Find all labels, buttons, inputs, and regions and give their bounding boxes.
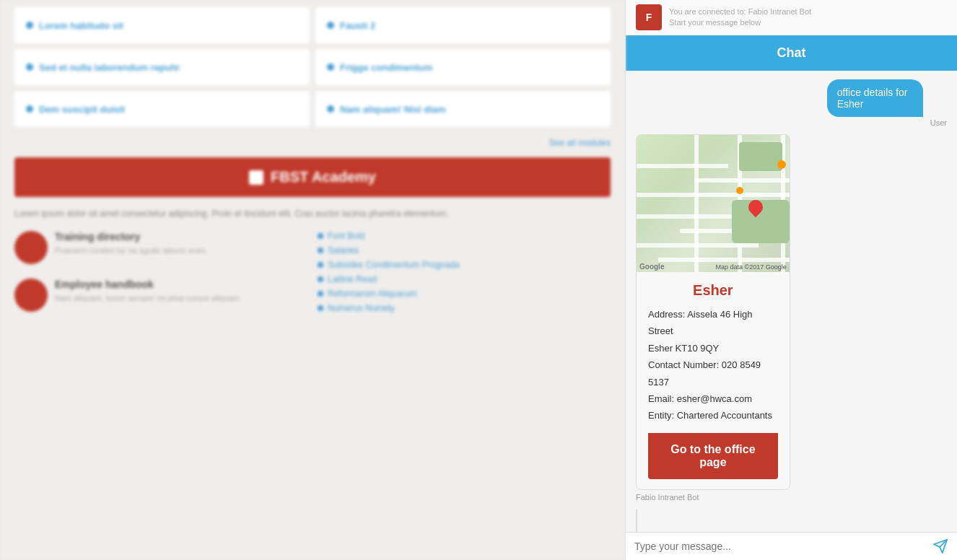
handbook-title: Employee handbook xyxy=(55,279,242,290)
map-data-label: Map data ©2017 Google xyxy=(716,263,787,271)
bullet-5 xyxy=(318,305,323,311)
grid-card-1[interactable]: Lorem habitudo sit xyxy=(14,7,310,43)
user-message-text: office details for Esher xyxy=(837,87,908,110)
list-item-label-1: Salaries xyxy=(328,245,359,255)
card-dot-3 xyxy=(26,64,33,71)
google-logo: Google xyxy=(639,263,664,271)
bot-office-card: Google Map data ©2017 Google Esher Addre… xyxy=(636,134,790,490)
chat-top-bar: F You are connected to: Fabio Intranet B… xyxy=(626,0,957,35)
chat-messages-area: office details for Esher User xyxy=(626,71,957,532)
user-message-bubble: office details for Esher xyxy=(827,79,923,117)
list-item-label-5: Numerus Numidy xyxy=(328,303,395,313)
training-icon-circle xyxy=(14,231,48,264)
office-map: Google Map data ©2017 Google xyxy=(637,135,790,272)
chat-title: Chat xyxy=(777,45,806,60)
card-text-2: Fausti 2 xyxy=(340,20,375,31)
user-message-label: User xyxy=(827,118,947,127)
bot-message-label: Fabio Intranet Bot xyxy=(636,493,797,502)
chat-input[interactable] xyxy=(634,541,927,552)
banner-text: FBST Academy xyxy=(271,169,376,185)
office-email: Email: esher@hwca.com xyxy=(648,390,778,407)
grid-card-5[interactable]: Dem suscipit duisit xyxy=(14,91,310,127)
send-icon xyxy=(932,538,948,554)
handbook-sub: Nam aliquam, lorem semper mi plisa cursu… xyxy=(55,293,242,304)
chat-status-text: You are connected to: Fabio Intranet Bot… xyxy=(669,6,811,29)
left-panel: Lorem habitudo sit Fausti 2 Sed et nulla… xyxy=(0,0,625,560)
card-dot-2 xyxy=(327,22,334,29)
send-button[interactable] xyxy=(932,538,948,554)
card-dot-5 xyxy=(26,105,33,113)
list-item-0[interactable]: Font Bold xyxy=(318,231,611,241)
load-more-link[interactable]: See all modules xyxy=(549,138,611,148)
bullet-3 xyxy=(318,276,323,282)
office-entity: Entity: Chartered Accountants xyxy=(648,407,778,424)
bullet-0 xyxy=(318,233,323,239)
chat-input-row[interactable] xyxy=(626,532,957,560)
card-text-3: Sed et nulla laborendum repuhi xyxy=(39,62,179,73)
bullet-4 xyxy=(318,291,323,297)
list-item-label-2: Subsides Condimentum Prognada xyxy=(328,260,460,270)
chat-panel: F You are connected to: Fabio Intranet B… xyxy=(625,0,957,560)
list-item-label-3: Lattine Read xyxy=(328,274,377,284)
card-text-5: Dem suscipit duisit xyxy=(39,104,125,115)
list-item-4[interactable]: Reformarom Aliquarum xyxy=(318,289,611,299)
card-text-6: Nam aliquam! Nisl diam xyxy=(340,104,446,115)
handbook-icon-circle xyxy=(14,279,48,312)
office-card-body: Esher Address: Aissela 46 High Street Es… xyxy=(637,272,790,489)
go-to-office-button[interactable]: Go to the office page xyxy=(648,433,778,479)
banner-icon xyxy=(249,170,263,185)
office-contact: Contact Number: 020 8549 5137 xyxy=(648,356,778,390)
grid-cards-section: Lorem habitudo sit Fausti 2 Sed et nulla… xyxy=(14,7,611,127)
chat-header: Chat xyxy=(626,35,957,71)
list-item-label-4: Reformarom Aliquarum xyxy=(328,289,416,299)
list-item-2[interactable]: Subsides Condimentum Prognada xyxy=(318,260,611,270)
user-avatar: F xyxy=(636,4,662,30)
grid-card-3[interactable]: Sed et nulla laborendum repuhi xyxy=(14,49,310,85)
grid-card-6[interactable]: Nam aliquam! Nisl diam xyxy=(315,91,611,127)
card-text-1: Lorem habitudo sit xyxy=(39,20,123,31)
office-address-line1: Address: Aissela 46 High Street xyxy=(648,306,778,340)
training-title: Training directory xyxy=(55,231,208,242)
academy-banner[interactable]: FBST Academy xyxy=(14,157,611,197)
bot-card-partial xyxy=(636,509,637,532)
bullet-1 xyxy=(318,248,323,253)
employee-handbook-item[interactable]: Employee handbook Nam aliquam, lorem sem… xyxy=(14,279,307,312)
list-item-1[interactable]: Salaries xyxy=(318,245,611,255)
office-info: Address: Aissela 46 High Street Esher KT… xyxy=(648,306,778,424)
office-name: Esher xyxy=(648,282,778,299)
card-dot-1 xyxy=(26,22,33,29)
card-dot-4 xyxy=(327,64,334,71)
bullet-2 xyxy=(318,262,323,268)
list-item-label-0: Font Bold xyxy=(328,231,364,241)
list-item-5[interactable]: Numerus Numidy xyxy=(318,303,611,313)
items-section: Training directory Praesent condim tur n… xyxy=(14,231,611,326)
training-directory-item[interactable]: Training directory Praesent condim tur n… xyxy=(14,231,307,264)
blurred-description: Lorem ipsum dolor sit amet consectetur a… xyxy=(14,207,611,221)
card-text-4: Frigge condimentum xyxy=(340,62,433,73)
grid-card-2[interactable]: Fausti 2 xyxy=(315,7,611,43)
card-dot-6 xyxy=(327,105,334,113)
right-links-list: Font Bold Salaries Subsides Condimentum … xyxy=(318,231,611,326)
list-item-3[interactable]: Lattine Read xyxy=(318,274,611,284)
training-sub: Praesent condim tur na aguila laboris en… xyxy=(55,245,208,256)
office-address-line2: Esher KT10 9QY xyxy=(648,340,778,356)
grid-card-4[interactable]: Frigge condimentum xyxy=(315,49,611,85)
